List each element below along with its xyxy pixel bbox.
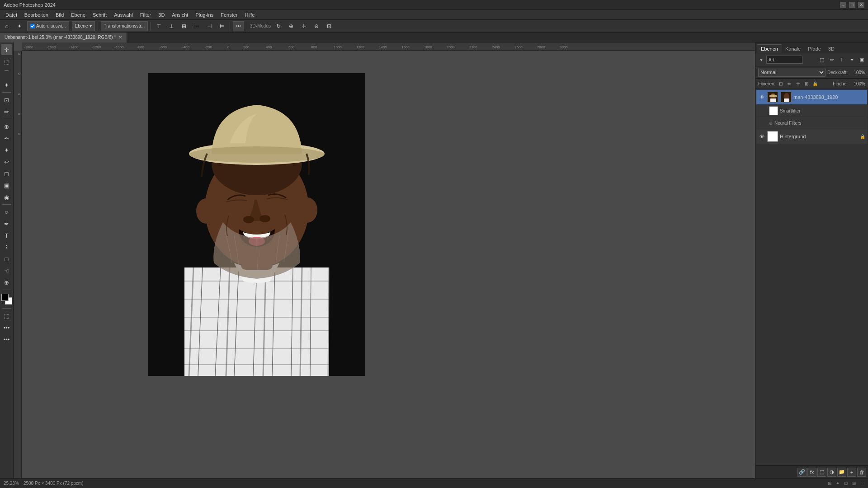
menu-hilfe[interactable]: Hilfe xyxy=(241,11,258,19)
color-swatches[interactable] xyxy=(1,294,12,305)
menu-datei[interactable]: Datei xyxy=(2,11,21,19)
type-layer-icon[interactable]: T xyxy=(837,55,846,64)
lock-artboard-icon[interactable]: ⊞ xyxy=(803,80,810,87)
maximize-button[interactable]: □ xyxy=(849,2,855,8)
menu-bearbeiten[interactable]: Bearbeiten xyxy=(21,11,52,19)
layer-visibility-hintergrund[interactable]: 👁 xyxy=(758,133,765,140)
panel-adjustment-icon[interactable]: ◑ xyxy=(827,468,836,477)
foreground-color[interactable] xyxy=(1,294,9,301)
lock-transparent-icon[interactable]: ⊡ xyxy=(777,80,784,87)
layer-item-man[interactable]: 👁 xyxy=(756,90,867,104)
tab-pfade[interactable]: Pfade xyxy=(804,44,825,53)
more-options-button[interactable]: ••• xyxy=(233,21,244,31)
menu-filter[interactable]: Filter xyxy=(137,11,155,19)
pan-icon[interactable]: ✛ xyxy=(299,21,309,31)
blend-mode-select[interactable]: Normal Multiplizieren Aufhellen Abdunkel… xyxy=(758,68,826,77)
opacity-value[interactable]: 100% xyxy=(849,70,865,75)
menu-3d[interactable]: 3D xyxy=(155,11,168,19)
add-layer-mask-panel-icon[interactable]: ✏ xyxy=(827,55,836,64)
timeline-icon[interactable]: ⊞ xyxy=(828,481,831,486)
view-icon[interactable]: ⊞ xyxy=(852,481,856,486)
menu-ansicht[interactable]: Ansicht xyxy=(168,11,192,19)
align-bottom-icon[interactable]: ⊞ xyxy=(179,21,189,31)
layer-item-hintergrund[interactable]: 👁 Hintergrund 🔒 xyxy=(756,129,867,144)
dodge-tool[interactable]: ○ xyxy=(1,206,12,217)
screen-mode-icon[interactable]: ⬚ xyxy=(860,481,864,486)
align-left-icon[interactable]: ⊢ xyxy=(192,21,202,31)
layer-button[interactable]: Ebene ▾ xyxy=(72,21,95,31)
panel-mask-icon[interactable]: ⬚ xyxy=(817,468,826,477)
sub-layer-neural[interactable]: ⊕ Neural Filters xyxy=(756,117,867,129)
tab-close-icon[interactable]: ✕ xyxy=(118,35,122,40)
document-tab[interactable]: Unbenannt-1 bei 25,3% (man-4333898_1920,… xyxy=(0,33,127,42)
path-tool[interactable]: ⌇ xyxy=(1,242,12,253)
lock-all-icon[interactable]: 🔒 xyxy=(811,80,819,87)
flaeche-value[interactable]: 100% xyxy=(849,81,865,86)
menu-ebene[interactable]: Ebene xyxy=(67,11,89,19)
new-layer-from-image-icon[interactable]: ⬚ xyxy=(817,55,826,64)
camera-icon[interactable]: ⊡ xyxy=(324,21,334,31)
menu-bild[interactable]: Bild xyxy=(52,11,67,19)
marquee-tool[interactable]: ⬚ xyxy=(1,56,12,67)
panel-group-icon[interactable]: 📁 xyxy=(837,468,846,477)
tab-3d[interactable]: 3D xyxy=(825,44,838,53)
auto-select-checkbox[interactable] xyxy=(30,24,35,28)
canvas-viewport[interactable] xyxy=(22,51,755,478)
auto-select-button[interactable]: Auton. auswi... xyxy=(27,21,69,31)
hand-tool[interactable]: ☜ xyxy=(1,265,12,276)
menu-auswahl[interactable]: Auswahl xyxy=(110,11,137,19)
eyedropper-tool[interactable]: ✏ xyxy=(1,106,12,117)
eraser-tool[interactable]: ◻ xyxy=(1,168,12,179)
layer-search-input[interactable] xyxy=(766,56,802,64)
panel-fx-icon[interactable]: fx xyxy=(807,468,816,477)
layer-visibility-man[interactable]: 👁 xyxy=(758,94,765,101)
panel-new-layer-icon[interactable]: + xyxy=(847,468,856,477)
tab-ebenen[interactable]: Ebenen xyxy=(757,44,782,53)
sub-layer-smartfilter[interactable]: Smartfilter xyxy=(756,105,867,117)
canvas-area: 0 2 4 6 8 xyxy=(14,51,755,478)
menu-fenster[interactable]: Fenster xyxy=(217,11,241,19)
magic-wand-tool[interactable]: ✦ xyxy=(1,80,12,90)
close-button[interactable]: ✕ xyxy=(858,2,864,8)
align-right-icon[interactable]: ⊨ xyxy=(217,21,227,31)
lock-position-icon[interactable]: ✛ xyxy=(794,80,802,87)
layers-list: 👁 xyxy=(755,89,868,465)
zoom-tool[interactable]: ⊕ xyxy=(1,277,12,288)
align-top-icon[interactable]: ⊤ xyxy=(154,21,164,31)
panel-delete-icon[interactable]: 🗑 xyxy=(857,468,866,477)
stamp-tool[interactable]: ✦ xyxy=(1,145,12,155)
transform-button[interactable]: Transformationsstr... xyxy=(101,21,148,31)
align-middle-icon[interactable]: ⊥ xyxy=(166,21,176,31)
lasso-tool[interactable]: ⌒ xyxy=(1,68,12,79)
rotate-icon[interactable]: ↻ xyxy=(274,21,283,31)
blur-tool[interactable]: ◉ xyxy=(1,192,12,202)
healing-tool[interactable]: ⊕ xyxy=(1,121,12,132)
gradient-tool[interactable]: ▣ xyxy=(1,180,12,191)
extra-tools-2[interactable]: ••• xyxy=(1,334,12,345)
menu-schrift[interactable]: Schrift xyxy=(89,11,110,19)
tab-kanaele[interactable]: Kanäle xyxy=(782,44,804,53)
history-tool[interactable]: ↩ xyxy=(1,156,12,167)
lock-pixels-icon[interactable]: ✏ xyxy=(786,80,793,87)
text-tool[interactable]: T xyxy=(1,230,12,241)
effects-icon[interactable]: ✦ xyxy=(847,55,856,64)
more-panel-icon[interactable]: ▣ xyxy=(857,55,866,64)
brush-tool[interactable]: ✒ xyxy=(1,133,12,144)
menu-plugins[interactable]: Plug-ins xyxy=(192,11,217,19)
shape-tool[interactable]: □ xyxy=(1,253,12,264)
layer-comp-icon[interactable]: ⊡ xyxy=(844,481,848,486)
pen-tool[interactable]: ✒ xyxy=(1,218,12,229)
magic-icon[interactable]: ✦ xyxy=(836,481,840,486)
crop-tool[interactable]: ⊡ xyxy=(1,94,12,105)
mask-tool[interactable]: ⬚ xyxy=(1,310,12,321)
minimize-button[interactable]: – xyxy=(840,2,846,8)
tool-icon[interactable]: ✦ xyxy=(14,21,24,31)
extra-tools-1[interactable]: ••• xyxy=(1,322,12,333)
orbit-icon[interactable]: ⊕ xyxy=(286,21,296,31)
tool-sep-2 xyxy=(2,119,11,119)
zoom3d-icon[interactable]: ⊖ xyxy=(311,21,321,31)
move-tool[interactable]: ✛ xyxy=(1,44,12,55)
home-icon[interactable]: ⌂ xyxy=(2,21,12,31)
panel-link-icon[interactable]: 🔗 xyxy=(797,468,807,477)
align-center-icon[interactable]: ⊣ xyxy=(204,21,214,31)
